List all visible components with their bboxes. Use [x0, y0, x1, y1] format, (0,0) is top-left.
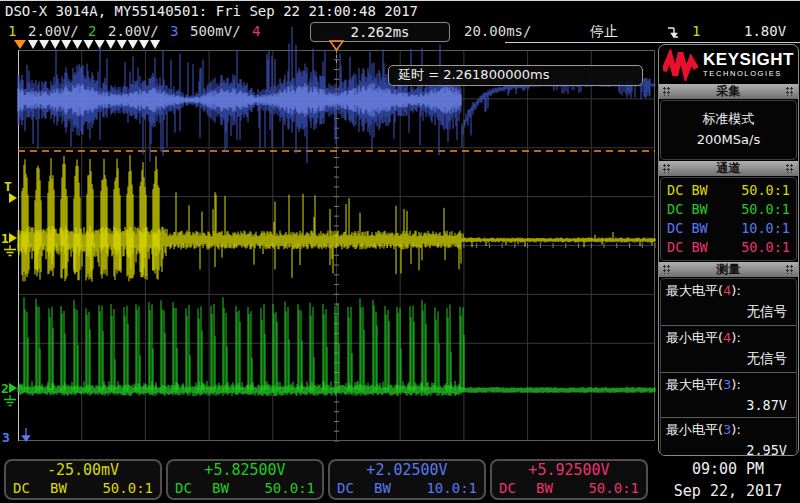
channel2-settings-row: DC BW50.0:1 [661, 200, 796, 219]
measurement-row: 最小电平(3): 2.95V [661, 417, 796, 456]
trigger-source-readout[interactable]: 1 [692, 23, 700, 39]
grip-dots-icon [786, 87, 794, 96]
brand-block: KEYSIGHT TECHNOLOGIES [659, 45, 798, 84]
channel4-status-box[interactable]: +5.92500V DCBW50.0:1 [490, 459, 648, 500]
channel3-down-arrow-icon [20, 428, 32, 442]
acquisition-mode: 标准模式 [661, 110, 796, 128]
oscilloscope-screen: DSO-X 3014A, MY55140501: Fri Sep 22 21:0… [0, 0, 800, 503]
run-state-indicator: 停止 [590, 23, 618, 41]
sample-rate: 200MSa/s [661, 132, 796, 147]
channel1-settings-row: DC BW50.0:1 [661, 181, 796, 200]
grip-dots-icon [663, 164, 671, 173]
channels-panel: DC BW50.0:1 DC BW50.0:1 DC BW10.0:1 DC B… [660, 177, 797, 261]
channel3-button[interactable]: 3 [170, 23, 178, 39]
channel4-settings-row: DC BW50.0:1 [661, 238, 796, 257]
grip-dots-icon [786, 164, 794, 173]
timebase-readout[interactable]: 20.00ms/ [464, 23, 531, 39]
delay-time-readout[interactable]: 2.262ms [310, 22, 450, 42]
clock-time: 09:00 PM [656, 460, 800, 478]
measurement-row: 最小电平(4): 无信号 [661, 325, 796, 372]
measurement-row: 最大电平(4): 无信号 [661, 279, 796, 325]
measurements-panel: 最大电平(4): 无信号 最小电平(4): 无信号 最大电平(3): 3.87V… [660, 278, 797, 456]
grip-dots-icon [786, 265, 794, 274]
brand-subname: TECHNOLOGIES [703, 70, 794, 78]
acquisition-panel: 标准模式 200MSa/s [660, 100, 797, 160]
measurements-header[interactable]: 测量 [659, 262, 798, 277]
acquisition-header[interactable]: 采集 [659, 84, 798, 99]
trigger-level-marker[interactable]: T [4, 181, 17, 205]
channel2-status-box[interactable]: +5.82500V DCBW50.0:1 [166, 459, 324, 500]
channel2-ground-icon [3, 395, 17, 408]
clock-date: Sep 22, 2017 [656, 482, 800, 500]
status-toolbar: 1 2.00V/ 2 2.00V/ 3 500mV/ 4 2.262ms 20.… [0, 21, 800, 43]
top-divider [0, 0, 800, 1]
channel4-button[interactable]: 4 [252, 23, 260, 39]
trigger-level-arrow-icon [9, 193, 17, 203]
channel1-scale[interactable]: 2.00V/ [28, 23, 79, 39]
channel1-button[interactable]: 1 [8, 23, 16, 39]
channel1-status-box[interactable]: -25.00mV DCBW50.0:1 [4, 459, 162, 500]
instrument-title: DSO-X 3014A, MY55140501: Fri Sep 22 21:0… [5, 3, 418, 19]
channel2-arrow-icon [9, 383, 17, 393]
channel1-ground-marker[interactable]: 1 [1, 233, 17, 260]
channel1-ground-icon [3, 245, 17, 258]
channel1-arrow-icon [9, 233, 17, 243]
channel3-settings-row: DC BW10.0:1 [661, 219, 796, 238]
clock-display: 09:00 PM Sep 22, 2017 [656, 460, 800, 503]
channel2-button[interactable]: 2 [88, 23, 96, 39]
channel2-scale[interactable]: 2.00V/ [108, 23, 159, 39]
channel3-scale[interactable]: 500mV/ [190, 23, 241, 39]
channel3-status-box[interactable]: +2.02500V DCBW10.0:1 [328, 459, 486, 500]
channel2-ground-marker[interactable]: 2 [1, 383, 17, 410]
trigger-level-readout[interactable]: 1.80V [744, 23, 786, 39]
channel3-offscreen-marker[interactable]: 3 [2, 428, 32, 444]
grip-dots-icon [663, 87, 671, 96]
trigger-falling-edge-icon [666, 24, 680, 40]
softkey-sidebar: KEYSIGHT TECHNOLOGIES 采集 标准模式 200MSa/s 通… [658, 44, 799, 456]
measurement-row: 最大电平(3): 3.87V [661, 372, 796, 417]
channels-header[interactable]: 通道 [659, 161, 798, 176]
brand-name: KEYSIGHT [703, 51, 794, 68]
delay-annotation: 延时 = 2.261800000ms [388, 65, 643, 86]
toolbar-divider [505, 42, 800, 43]
keysight-spark-icon [663, 49, 698, 81]
grip-dots-icon [663, 265, 671, 274]
